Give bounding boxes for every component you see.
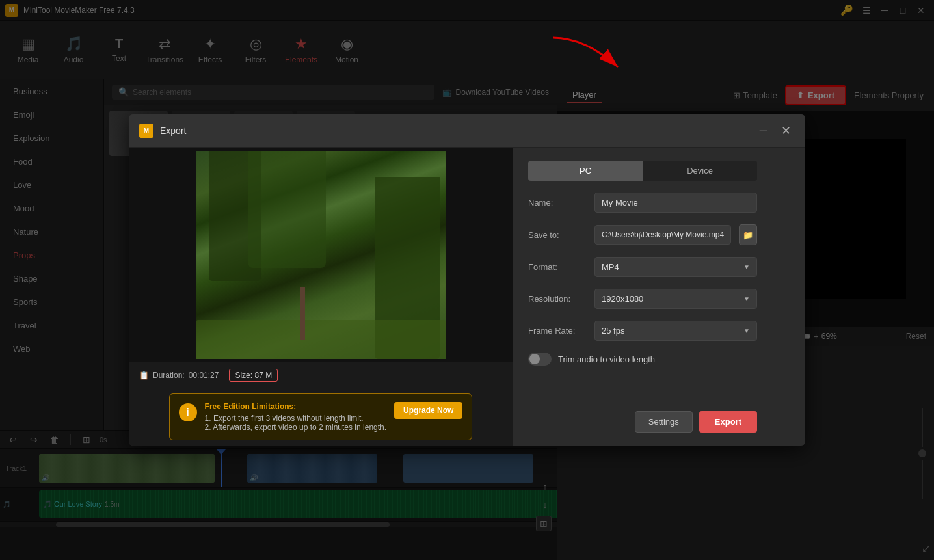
settings-btn[interactable]: Settings xyxy=(635,411,693,433)
limitation-text: Free Edition Limitations: 1. Export the … xyxy=(205,402,387,432)
name-row: Name: My Movie xyxy=(528,193,757,213)
upgrade-now-btn[interactable]: Upgrade Now xyxy=(394,402,462,419)
modal-footer: Settings Export xyxy=(528,411,757,433)
frame-rate-dropdown[interactable]: 25 fps ▼ xyxy=(594,321,757,341)
modal-meta: 📋 Duration: 00:01:27 Size: 87 M xyxy=(129,362,513,388)
modal-settings-panel: PC Device Name: My Movie Save to: C:\Use… xyxy=(513,148,773,446)
resolution-label: Resolution: xyxy=(528,294,587,304)
limitation-desc-2: 2. Afterwards, export video up to 2 minu… xyxy=(205,423,387,432)
save-to-value[interactable]: C:\Users\bj\Desktop\My Movie.mp4 xyxy=(594,225,731,245)
size-label: Size: xyxy=(235,371,252,380)
modal-logo: M xyxy=(139,124,153,138)
info-icon: i xyxy=(179,403,197,421)
save-to-row: Save to: C:\Users\bj\Desktop\My Movie.mp… xyxy=(528,224,757,245)
pc-tab[interactable]: PC xyxy=(528,161,643,181)
format-label: Format: xyxy=(528,262,587,272)
pc-device-tabs: PC Device xyxy=(528,161,757,181)
trim-audio-row: Trim audio to video length xyxy=(528,353,757,366)
size-value: 87 M xyxy=(254,371,272,380)
export-final-btn[interactable]: Export xyxy=(699,411,757,433)
browse-folder-btn[interactable]: 📁 xyxy=(739,224,757,245)
modal-title: Export xyxy=(160,126,749,136)
size-badge: Size: 87 M xyxy=(229,369,278,382)
resolution-row: Resolution: 1920x1080 ▼ xyxy=(528,289,757,309)
modal-body: 📋 Duration: 00:01:27 Size: 87 M i Free E… xyxy=(129,148,805,446)
modal-close-btn[interactable]: ✕ xyxy=(777,122,795,139)
duration-label: Duration: xyxy=(153,371,185,380)
modal-preview-panel: 📋 Duration: 00:01:27 Size: 87 M i Free E… xyxy=(129,148,513,446)
device-tab[interactable]: Device xyxy=(643,161,757,181)
duration-wrap: 📋 Duration: 00:01:27 xyxy=(139,371,219,380)
export-modal: M Export ─ ✕ xyxy=(129,114,805,446)
modal-video-preview xyxy=(129,148,513,362)
format-dropdown[interactable]: MP4 ▼ xyxy=(594,257,757,277)
name-input[interactable]: My Movie xyxy=(594,193,757,213)
duration-value: 00:01:27 xyxy=(189,371,219,380)
save-to-label: Save to: xyxy=(528,230,587,240)
modal-header: M Export ─ ✕ xyxy=(129,114,805,148)
format-chevron-icon: ▼ xyxy=(743,263,750,271)
toggle-knob xyxy=(529,354,540,364)
frame-rate-label: Frame Rate: xyxy=(528,326,587,336)
name-label: Name: xyxy=(528,198,587,207)
resolution-chevron-icon: ▼ xyxy=(743,295,750,302)
duration-icon: 📋 xyxy=(139,371,149,380)
format-row: Format: MP4 ▼ xyxy=(528,257,757,277)
limitation-desc-1: 1. Export the first 3 videos without len… xyxy=(205,414,387,423)
modal-overlay: M Export ─ ✕ xyxy=(0,0,934,560)
resolution-dropdown[interactable]: 1920x1080 ▼ xyxy=(594,289,757,309)
frame-rate-row: Frame Rate: 25 fps ▼ xyxy=(528,321,757,341)
trim-audio-toggle[interactable] xyxy=(528,353,552,366)
modal-minimize-btn[interactable]: ─ xyxy=(756,124,771,138)
frame-rate-chevron-icon: ▼ xyxy=(743,327,750,334)
limitation-box: i Free Edition Limitations: 1. Export th… xyxy=(169,393,473,440)
limitation-title: Free Edition Limitations: xyxy=(205,402,387,411)
trim-audio-label: Trim audio to video length xyxy=(558,354,655,364)
